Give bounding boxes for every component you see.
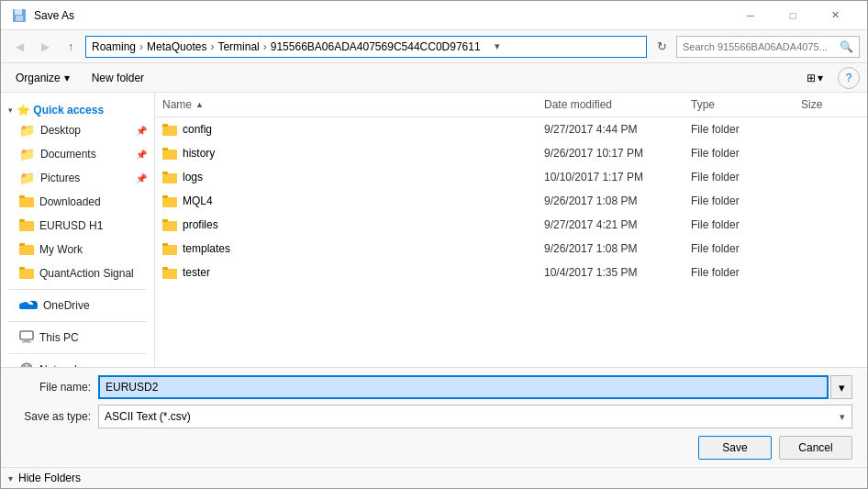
address-path[interactable]: Roaming › MetaQuotes › Terminal › 915566… [85, 36, 647, 58]
view-button[interactable]: ⊞ ▾ [799, 67, 830, 89]
title-bar: Save As ─ □ ✕ [1, 1, 867, 30]
file-name-cell: logs [155, 167, 537, 187]
filetype-select[interactable]: ASCII Text (*.csv) CSV (*.csv) All Files… [98, 405, 852, 428]
view-controls: ⊞ ▾ [799, 67, 830, 89]
filename-input[interactable] [98, 375, 829, 399]
table-row[interactable]: tester 10/4/2017 1:35 PM File folder [155, 261, 867, 284]
quick-access-header[interactable]: ▾ ⭐ Quick access [1, 100, 154, 118]
svg-rect-12 [19, 305, 38, 309]
sort-icon: ▲ [195, 100, 204, 109]
new-folder-button[interactable]: New folder [84, 67, 151, 89]
file-name: tester [183, 266, 210, 279]
table-row[interactable]: history 9/26/2017 10:17 PM File folder [155, 141, 867, 165]
folder-icon [162, 266, 177, 279]
refresh-button[interactable]: ↻ [651, 36, 673, 58]
sidebar-item-quantaction[interactable]: QuantAction Signal [1, 261, 154, 285]
col-header-name[interactable]: Name ▲ [155, 94, 537, 115]
sidebar-item-eurusd-label: EURUSD H1 [39, 219, 103, 232]
address-bar: ◀ ▶ ↑ Roaming › MetaQuotes › Terminal › … [1, 30, 867, 63]
svg-rect-15 [22, 341, 31, 343]
svg-rect-14 [24, 339, 29, 341]
file-name: profiles [183, 218, 218, 231]
search-icon: 🔍 [840, 40, 853, 53]
path-metaquotes[interactable]: MetaQuotes [147, 40, 206, 53]
svg-rect-1 [15, 9, 22, 15]
path-terminal[interactable]: Terminal [217, 40, 259, 53]
bottom-buttons: Save Cancel [16, 436, 852, 460]
folder-icon [162, 242, 177, 255]
svg-rect-28 [162, 195, 168, 198]
path-dropdown-button[interactable]: ▾ [486, 36, 508, 58]
back-button[interactable]: ◀ [8, 36, 30, 58]
save-button[interactable]: Save [698, 436, 772, 460]
col-header-type[interactable]: Type [684, 94, 794, 115]
title-controls: ─ □ ✕ [729, 5, 856, 27]
bottom-bar: File name: ▾ Save as type: ASCII Text (*… [1, 367, 867, 467]
main-content: ▾ ⭐ Quick access 📁 Desktop 📌 📁 Documents… [1, 93, 867, 367]
cancel-button[interactable]: Cancel [779, 436, 852, 460]
title-bar-left: Save As [12, 8, 74, 23]
file-name: MQL4 [183, 194, 213, 207]
file-name: history [183, 147, 215, 160]
organize-label: Organize [16, 72, 61, 84]
sidebar-item-thispc[interactable]: This PC [1, 326, 154, 350]
svg-rect-23 [162, 150, 177, 160]
svg-rect-29 [162, 221, 177, 231]
sidebar-item-eurusd[interactable]: EURUSD H1 [1, 214, 154, 238]
sidebar-divider-2 [8, 321, 147, 322]
path-guid[interactable]: 915566BA06ADA407569C544CC0D97611 [271, 40, 481, 53]
pin-icon-desktop: 📌 [136, 126, 147, 136]
sidebar-item-onedrive-label: OneDrive [43, 299, 90, 312]
desktop-folder-icon: 📁 [19, 123, 35, 138]
sidebar-item-desktop-label: Desktop [40, 124, 81, 137]
sidebar-item-mywork[interactable]: My Work [1, 238, 154, 261]
close-button[interactable]: ✕ [814, 5, 856, 27]
table-row[interactable]: logs 10/10/2017 1:17 PM File folder [155, 165, 867, 189]
svg-rect-26 [162, 172, 168, 174]
help-button[interactable]: ? [838, 67, 860, 89]
folder-icon [162, 171, 177, 183]
search-input[interactable] [683, 41, 840, 52]
save-label: Save [722, 441, 747, 454]
filename-dropdown-button[interactable]: ▾ [830, 375, 852, 399]
col-header-date[interactable]: Date modified [537, 94, 684, 115]
cancel-label: Cancel [798, 441, 832, 454]
maximize-button[interactable]: □ [772, 5, 814, 27]
up-button[interactable]: ↑ [60, 36, 82, 58]
organize-button[interactable]: Organize ▾ [8, 67, 77, 89]
minimize-button[interactable]: ─ [729, 5, 772, 27]
table-row[interactable]: templates 9/26/2017 1:08 PM File folder [155, 237, 867, 261]
table-row[interactable]: profiles 9/27/2017 4:21 PM File folder [155, 213, 867, 237]
sidebar-item-downloaded[interactable]: Downloaded [1, 190, 154, 214]
search-box[interactable]: 🔍 [676, 36, 860, 58]
pin-icon-documents: 📌 [136, 150, 147, 160]
col-size-label: Size [801, 98, 822, 111]
sidebar-item-network[interactable]: Network [1, 358, 154, 367]
svg-rect-25 [162, 173, 177, 183]
svg-rect-10 [19, 269, 34, 279]
col-header-size[interactable]: Size [794, 94, 867, 115]
sidebar-item-desktop[interactable]: 📁 Desktop 📌 [1, 118, 154, 142]
svg-rect-33 [162, 269, 177, 279]
sidebar-divider-1 [8, 289, 147, 290]
filename-row: File name: ▾ [16, 375, 852, 399]
svg-rect-13 [20, 331, 33, 339]
file-size-cell [794, 221, 867, 228]
hide-folders-bar[interactable]: ▾ Hide Folders [1, 467, 867, 488]
sidebar-item-pictures[interactable]: 📁 Pictures 📌 [1, 166, 154, 190]
table-row[interactable]: MQL4 9/26/2017 1:08 PM File folder [155, 189, 867, 213]
sidebar-item-documents[interactable]: 📁 Documents 📌 [1, 142, 154, 166]
svg-rect-9 [19, 243, 25, 246]
file-name: templates [183, 242, 230, 255]
file-name-cell: history [155, 143, 537, 163]
sidebar-item-onedrive[interactable]: OneDrive [1, 294, 154, 317]
svg-rect-11 [19, 267, 25, 270]
table-row[interactable]: config 9/27/2017 4:44 PM File folder [155, 117, 867, 141]
folder-icon [162, 218, 177, 231]
filetype-row: Save as type: ASCII Text (*.csv) CSV (*.… [16, 405, 852, 428]
path-roaming[interactable]: Roaming [92, 40, 136, 53]
file-name-cell: profiles [155, 215, 537, 235]
file-type-cell: File folder [684, 191, 794, 211]
documents-folder-icon: 📁 [19, 147, 35, 161]
forward-button[interactable]: ▶ [34, 36, 56, 58]
